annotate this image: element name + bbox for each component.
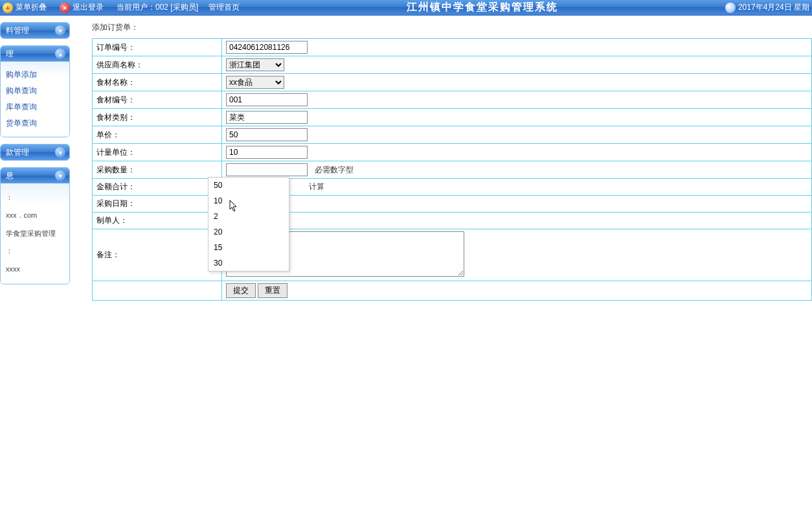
sidebar-item[interactable]: 购单添加	[5, 67, 65, 83]
panel-header-material[interactable]: 料管理 ▾	[1, 23, 69, 38]
date-label: 2017年4月24日 星期	[738, 2, 809, 13]
info-line: xxxx	[5, 260, 65, 279]
label-purchase-date: 采购日期：	[93, 196, 222, 213]
label-food-type: 食材类别：	[93, 109, 222, 126]
food-name-select[interactable]: xx食品	[226, 76, 284, 89]
panel-header-info[interactable]: 息 ▾	[1, 168, 69, 183]
panel-title: 料管理	[6, 25, 29, 36]
sidebar-panel-manage: 理 ▴ 购单添加 购单查询 库单查询 货单查询	[0, 45, 70, 137]
unit-price-input[interactable]	[226, 128, 308, 141]
main-content: 添加订货单： 订单编号： 供应商名称： 浙江集团 食材名称： xx食品 食材编号…	[70, 16, 812, 301]
qty-hint: 必需数字型	[315, 165, 354, 174]
qty-input[interactable]	[226, 163, 308, 176]
label-unit-price: 单价：	[93, 126, 222, 144]
autocomplete-option[interactable]: 10	[209, 193, 289, 209]
admin-home-link[interactable]: 管理首页	[209, 2, 240, 13]
label-remark: 备注：	[93, 229, 222, 281]
current-user-label: 当前用户：002 [采购员]	[117, 2, 198, 13]
chevron-down-icon: ▾	[55, 170, 65, 181]
menu-toggle-label: 菜单折叠	[16, 2, 47, 13]
sidebar-item[interactable]: 货单查询	[5, 115, 65, 132]
label-food-no: 食材编号：	[93, 91, 222, 109]
autocomplete-option[interactable]: 2	[209, 209, 289, 224]
system-title: 江州镇中学食堂采购管理系统	[240, 1, 725, 14]
chevron-down-icon: ▾	[55, 25, 65, 36]
info-line: ：	[5, 189, 65, 207]
autocomplete-option[interactable]: 30	[209, 255, 289, 271]
close-icon: ×	[60, 3, 70, 13]
chevron-up-icon: ▴	[55, 49, 65, 59]
sidebar-item[interactable]: 库单查询	[5, 99, 65, 115]
label-supplier: 供应商名称：	[93, 56, 222, 74]
total-hint: 计算	[309, 182, 324, 191]
label-total: 金额合计：	[93, 179, 222, 196]
order-form: 订单编号： 供应商名称： 浙江集团 食材名称： xx食品 食材编号： 食材类别：…	[92, 38, 812, 301]
sidebar: 料管理 ▾ 理 ▴ 购单添加 购单查询 库单查询 货单查询 款管理 ▾	[0, 16, 70, 301]
sidebar-panel-payment: 款管理 ▾	[0, 144, 70, 161]
sidebar-item[interactable]: 购单查询	[5, 83, 65, 99]
info-line: xxx．com	[5, 207, 65, 225]
page-title: 添加订货单：	[92, 22, 812, 33]
order-no-input[interactable]	[226, 41, 308, 54]
label-order-no: 订单编号：	[93, 39, 222, 56]
menu-toggle-button[interactable]: + 菜单折叠	[3, 2, 47, 13]
label-unit: 计量单位：	[93, 144, 222, 161]
submit-button[interactable]: 提交	[226, 283, 256, 298]
autocomplete-option[interactable]: 15	[209, 240, 289, 255]
panel-header-payment[interactable]: 款管理 ▾	[1, 144, 69, 160]
sidebar-panel-material: 料管理 ▾	[0, 22, 70, 39]
panel-title: 理	[6, 49, 14, 60]
unit-input[interactable]	[226, 146, 308, 159]
supplier-select[interactable]: 浙江集团	[226, 58, 284, 71]
panel-title: 息	[6, 170, 14, 181]
autocomplete-option[interactable]: 50	[209, 178, 289, 193]
info-line: 学食堂采购管理	[5, 225, 65, 243]
logout-label: 退出登录	[73, 2, 104, 13]
panel-title: 款管理	[6, 147, 29, 158]
info-line: ：	[5, 242, 65, 260]
food-type-input[interactable]	[226, 111, 308, 124]
disc-icon	[725, 3, 736, 13]
panel-header-manage[interactable]: 理 ▴	[1, 46, 69, 62]
sidebar-panel-info: 息 ▾ ： xxx．com 学食堂采购管理 ： xxxx	[0, 167, 70, 284]
autocomplete-option[interactable]: 20	[209, 224, 289, 240]
qty-autocomplete: 50 10 2 20 15 30	[208, 177, 289, 271]
label-food-name: 食材名称：	[93, 74, 222, 91]
logout-button[interactable]: × 退出登录	[60, 2, 104, 13]
chevron-down-icon: ▾	[55, 147, 65, 157]
reset-button[interactable]: 重置	[258, 283, 288, 298]
plus-icon: +	[3, 3, 13, 13]
label-qty: 采购数量：	[93, 161, 222, 179]
topbar: + 菜单折叠 × 退出登录 当前用户：002 [采购员] 管理首页 江州镇中学食…	[0, 0, 812, 16]
label-creator: 制单人：	[93, 213, 222, 229]
food-no-input[interactable]	[226, 93, 308, 106]
